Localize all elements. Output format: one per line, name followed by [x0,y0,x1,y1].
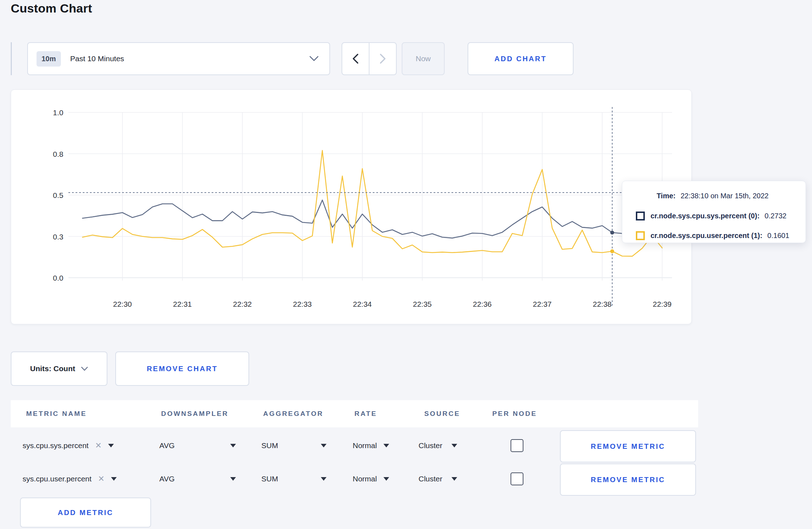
remove-metric-button[interactable]: REMOVE METRIC [560,430,696,462]
tooltip-series-value: 0.2732 [765,212,787,220]
tooltip-time-label: Time: [657,192,676,200]
dropdown-caret-icon [383,444,389,447]
tooltip-series-row: cr.node.sys.cpu.user.percent (1): 0.1601 [636,231,789,240]
timeframe-label: Past 10 Minutes [70,54,309,63]
x-axis-tick-label: 22:39 [653,300,672,308]
downsampler-select[interactable]: AVG [159,475,236,483]
remove-metric-button[interactable]: REMOVE METRIC [560,464,696,496]
remove-chart-button[interactable]: REMOVE CHART [115,351,249,386]
x-axis-tick-label: 22:31 [173,300,192,308]
x-axis-tick-label: 22:33 [293,300,312,308]
column-header-metric-name: METRIC NAME [26,410,87,418]
downsampler-select[interactable]: AVG [159,441,236,450]
dropdown-caret-icon [383,477,389,481]
now-button[interactable]: Now [402,42,445,75]
metric-name-value: sys.cpu.sys.percent [23,441,88,450]
add-metric-label: ADD METRIC [58,509,113,517]
rate-select[interactable]: Normal [353,475,389,483]
x-axis-tick-label: 22:37 [533,300,552,308]
remove-metric-label: REMOVE METRIC [591,476,665,484]
page-title: Custom Chart [11,1,92,15]
column-header-aggregator: AGGREGATOR [263,410,324,418]
toolbar-divider [11,42,12,75]
chevron-left-icon [352,54,359,64]
per-node-checkbox[interactable] [511,472,523,485]
source-value: Cluster [419,475,443,483]
chart-card: 0.00.30.50.81.022:3022:3122:3222:3322:34… [11,89,692,324]
dropdown-caret-icon [230,477,236,481]
hover-dot-1 [610,249,614,253]
units-dropdown-label: Units: Count [30,364,75,373]
chevron-down-icon [309,56,319,62]
rate-value: Normal [353,441,377,450]
chevron-right-icon [380,54,386,64]
add-chart-label: ADD CHART [494,55,547,63]
clear-metric-icon[interactable]: ✕ [95,441,101,450]
sys-series-swatch-icon [636,212,645,220]
user-series-swatch-icon [636,231,645,240]
x-axis-tick-label: 22:35 [413,300,432,308]
clear-metric-icon[interactable]: ✕ [98,474,105,484]
aggregator-value: SUM [261,475,278,483]
timeframe-badge: 10m [37,51,61,67]
column-header-rate: RATE [354,410,377,418]
metrics-chart[interactable]: 0.00.30.50.81.022:3022:3122:3222:3322:34… [11,90,692,325]
x-axis-tick-label: 22:30 [113,300,132,308]
source-select[interactable]: Cluster [419,475,457,483]
time-back-button[interactable] [342,43,369,74]
chevron-down-icon [81,367,88,371]
dropdown-caret-icon [451,444,457,447]
metric-name-value: sys.cpu.user.percent [23,475,92,483]
downsampler-value: AVG [159,441,175,450]
metric-name-select[interactable]: sys.cpu.sys.percent ✕ [23,441,114,450]
y-axis-tick-label: 0.5 [53,191,63,199]
source-select[interactable]: Cluster [419,441,457,450]
y-axis-tick-label: 0.3 [53,233,63,241]
remove-chart-label: REMOVE CHART [147,365,218,373]
dropdown-caret-icon [451,477,457,481]
add-chart-button[interactable]: ADD CHART [468,42,574,75]
x-axis-tick-label: 22:32 [233,300,252,308]
y-axis-tick-label: 0.8 [53,150,63,158]
metric-row: sys.cpu.user.percent ✕ AVG SUM Normal Cl… [0,464,812,494]
timeframe-dropdown[interactable]: 10m Past 10 Minutes [27,42,330,75]
downsampler-value: AVG [159,475,175,483]
chart-tooltip: Time: 22:38:10 on Mar 15th, 2022 cr.node… [622,181,806,243]
column-header-per-node: PER NODE [492,410,537,418]
aggregator-select[interactable]: SUM [261,475,327,483]
now-button-label: Now [416,54,431,63]
time-nav-group [342,42,397,75]
rate-select[interactable]: Normal [353,441,389,450]
metric-name-select[interactable]: sys.cpu.user.percent ✕ [23,474,117,484]
tooltip-time-row: Time: 22:38:10 on Mar 15th, 2022 [657,191,769,200]
tooltip-series-label: cr.node.sys.cpu.sys.percent (0): [651,212,760,220]
x-axis-tick-label: 22:38 [593,300,612,308]
add-metric-button[interactable]: ADD METRIC [20,498,151,528]
remove-metric-label: REMOVE METRIC [591,442,665,451]
tooltip-series-label: cr.node.sys.cpu.user.percent (1): [651,232,762,240]
y-axis-tick-label: 0.0 [53,274,63,282]
units-dropdown[interactable]: Units: Count [11,351,107,386]
dropdown-caret-icon [111,477,117,481]
tooltip-series-row: cr.node.sys.cpu.sys.percent (0): 0.2732 [636,211,787,220]
tooltip-series-value: 0.1601 [767,232,789,240]
metrics-table-header: METRIC NAME DOWNSAMPLER AGGREGATOR RATE … [11,400,698,427]
series-line-1 [82,150,662,256]
aggregator-select[interactable]: SUM [261,441,327,450]
time-forward-button[interactable] [369,43,396,74]
dropdown-caret-icon [321,477,327,481]
custom-chart-page: Custom Chart 10m Past 10 Minutes Now ADD… [0,0,812,529]
per-node-checkbox[interactable] [511,439,523,452]
x-axis-tick-label: 22:36 [473,300,492,308]
series-line-0 [82,200,662,238]
aggregator-value: SUM [261,441,278,450]
dropdown-caret-icon [321,444,327,447]
dropdown-caret-icon [230,444,236,447]
y-axis-tick-label: 1.0 [53,108,63,117]
metric-row: sys.cpu.sys.percent ✕ AVG SUM Normal Clu… [0,430,812,461]
source-value: Cluster [419,441,443,450]
x-axis-tick-label: 22:34 [353,300,372,308]
dropdown-caret-icon [108,444,114,447]
tooltip-time-value: 22:38:10 on Mar 15th, 2022 [681,192,769,200]
column-header-downsampler: DOWNSAMPLER [161,410,228,418]
